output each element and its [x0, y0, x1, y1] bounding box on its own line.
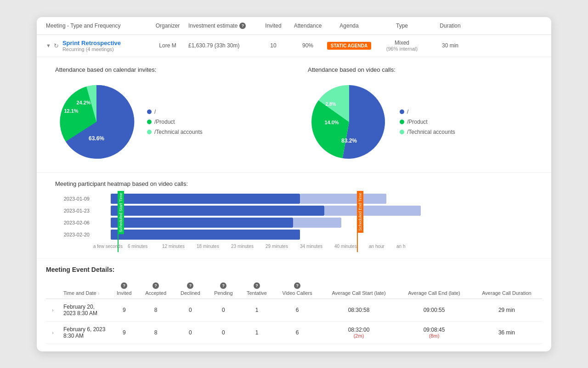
calendar-chart-title: Attendance based on calendar invites:	[55, 66, 280, 73]
th-pending: ? Pending	[207, 280, 239, 299]
col-header-type: Type	[372, 23, 432, 29]
th-tentative: ? Tentative	[240, 280, 274, 299]
legend-item: /	[400, 109, 455, 115]
heatmap-title: Meeting participant heatmap based on vid…	[55, 180, 533, 187]
th-avg-duration: Average Call Duration	[471, 280, 542, 299]
video-callers-cell: 6	[274, 321, 320, 344]
svg-text:2.8%: 2.8%	[326, 102, 336, 107]
pending-cell: 0	[207, 321, 239, 344]
investment-info-icon[interactable]: ?	[239, 23, 246, 29]
invited-info-icon[interactable]: ?	[121, 282, 127, 289]
video-legend: / /Product /Technical accounts	[400, 109, 455, 135]
charts-section: Attendance based on calendar invites:	[37, 57, 551, 173]
svg-text:12.1%: 12.1%	[64, 108, 78, 114]
col-header-duration: Duration	[432, 23, 469, 29]
col-header-agenda: Agenda	[326, 23, 372, 29]
duration-cell: 30 min	[432, 42, 469, 49]
agenda-badge: STATIC AGENDA	[327, 42, 371, 50]
event-details-section: Meeting Event Details: Time and Date ↓ ?	[37, 259, 551, 351]
legend-item: /Product	[147, 119, 203, 125]
legend-dot	[147, 120, 152, 124]
meeting-sub: Recurring (4 meetings)	[62, 46, 121, 52]
accepted-cell: 8	[138, 321, 173, 344]
tentative-info-icon[interactable]: ?	[254, 282, 260, 289]
event-table: Time and Date ↓ ? Invited ? Accept	[46, 280, 542, 344]
avg-start-cell: 08:32:00 (2m)	[321, 321, 397, 344]
video-chart: Attendance based on video calls: 83.2% 1…	[308, 66, 533, 163]
invited-cell: 9	[110, 299, 138, 321]
invited-cell: 10	[257, 42, 289, 49]
table-header: Meeting - Type and Frequency Organizer I…	[37, 17, 551, 35]
organizer-cell: Lore M	[147, 42, 188, 49]
avg-duration-cell: 36 min	[471, 321, 542, 344]
avg-start-cell: 08:30:58	[321, 299, 397, 321]
th-avg-end: Average Call End (late)	[397, 280, 471, 299]
main-card: Meeting - Type and Frequency Organizer I…	[37, 17, 551, 351]
th-accepted: ? Accepted	[138, 280, 173, 299]
expand-icon[interactable]: ▼	[46, 43, 51, 48]
svg-text:14.0%: 14.0%	[324, 120, 339, 125]
meeting-row: ▼ ↻ Sprint Retrospective Recurring (4 me…	[37, 35, 551, 57]
th-invited: ? Invited	[110, 280, 138, 299]
video-pie: 83.2% 14.0% 2.8%	[308, 80, 390, 163]
th-declined: ? Declined	[174, 280, 207, 299]
col-header-organizer: Organizer	[147, 23, 188, 29]
svg-text:83.2%: 83.2%	[341, 138, 357, 144]
calendar-chart: Attendance based on calendar invites:	[55, 66, 280, 163]
legend-item: /Technical accounts	[147, 129, 203, 135]
col-header-meeting: Meeting - Type and Frequency	[46, 23, 147, 29]
heatmap-section: Meeting participant heatmap based on vid…	[37, 173, 551, 259]
legend-dot	[400, 130, 404, 134]
tentative-cell: 1	[240, 299, 274, 321]
late-indicator: (2m)	[324, 333, 393, 339]
pending-cell: 0	[207, 299, 239, 321]
investment-cell: £1,630.79 (33h 30m)	[188, 42, 257, 49]
avg-duration-cell: 29 min	[471, 299, 542, 321]
accepted-info-icon[interactable]: ?	[153, 282, 159, 289]
pending-info-icon[interactable]: ?	[220, 282, 226, 289]
heatmap-xaxis: a few seconds 6 minutes 12 minutes 18 mi…	[93, 244, 533, 249]
avg-end-cell: 09:00:55	[397, 299, 471, 321]
th-date: Time and Date ↓	[60, 280, 110, 299]
col-header-attendance: Attendance	[289, 23, 326, 29]
video-callers-info-icon[interactable]: ?	[294, 282, 300, 289]
th-video-callers: ? Video Callers	[274, 280, 320, 299]
th-avg-start: Average Call Start (late)	[321, 280, 397, 299]
video-callers-cell: 6	[274, 299, 320, 321]
late-indicator: (8m)	[401, 333, 468, 339]
declined-info-icon[interactable]: ?	[187, 282, 193, 289]
legend-dot	[147, 109, 152, 114]
meeting-name[interactable]: Sprint Retrospective	[62, 40, 121, 46]
attendance-cell: 90%	[289, 42, 326, 49]
agenda-cell: STATIC AGENDA	[326, 42, 372, 49]
legend-dot	[147, 130, 152, 134]
event-details-title: Meeting Event Details:	[46, 266, 542, 273]
col-header-investment: Investment estimate ?	[188, 23, 257, 29]
declined-cell: 0	[174, 321, 207, 344]
table-row: › February 20, 2023 8:30 AM 9 8 0 0 1 6 …	[46, 299, 542, 321]
col-header-invited: Invited	[257, 23, 289, 29]
legend-dot	[400, 120, 404, 124]
svg-text:63.6%: 63.6%	[89, 135, 104, 142]
date-cell: February 6, 2023 8:30 AM	[60, 321, 110, 344]
svg-text:24.2%: 24.2%	[76, 100, 90, 105]
calendar-legend: / /Product /Technical accounts	[147, 109, 203, 135]
tentative-cell: 1	[240, 321, 274, 344]
meeting-cell: ▼ ↻ Sprint Retrospective Recurring (4 me…	[46, 40, 147, 52]
date-cell: February 20, 2023 8:30 AM	[60, 299, 110, 321]
declined-cell: 0	[174, 299, 207, 321]
legend-dot	[400, 109, 404, 114]
legend-item: /	[147, 109, 203, 115]
avg-end-cell: 09:08:45 (8m)	[397, 321, 471, 344]
legend-item: /Product	[400, 119, 455, 125]
row-expand-icon[interactable]: ›	[52, 330, 53, 335]
invited-cell: 9	[110, 321, 138, 344]
table-row: › February 6, 2023 8:30 AM 9 8 0 0 1 6 0…	[46, 321, 542, 344]
sort-icon[interactable]: ↓	[98, 291, 100, 295]
type-cell: Mixed (96% internal)	[372, 40, 432, 52]
calendar-pie: 63.6% 12.1% 24.2%	[55, 80, 138, 163]
video-chart-title: Attendance based on video calls:	[308, 66, 533, 73]
legend-item: /Technical accounts	[400, 129, 455, 135]
refresh-icon[interactable]: ↻	[54, 42, 59, 49]
row-expand-icon[interactable]: ›	[52, 308, 53, 313]
